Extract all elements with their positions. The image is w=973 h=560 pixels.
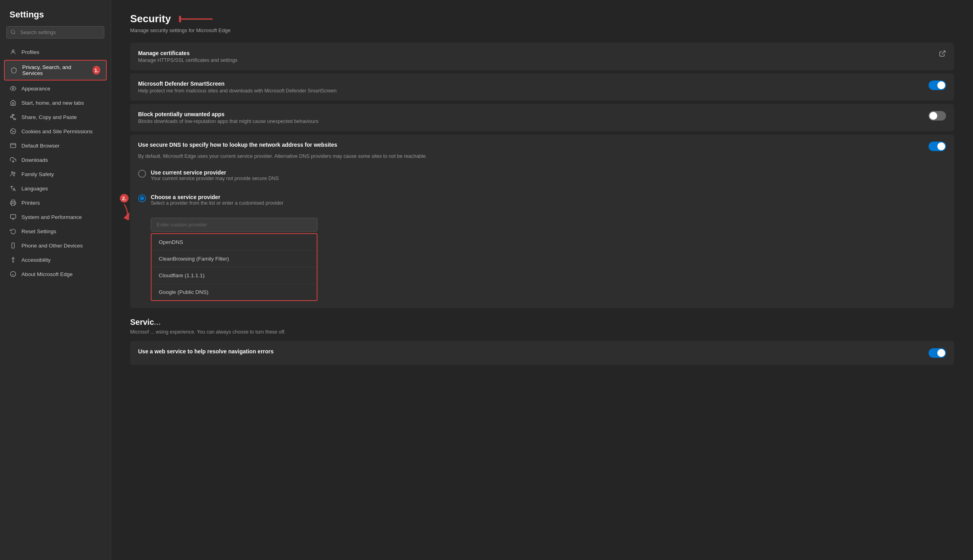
sidebar-item-label: Downloads	[21, 157, 48, 163]
toggle-knob	[937, 142, 945, 150]
sidebar: Settings Profiles Privacy, Search, and S…	[0, 0, 111, 560]
page-title: Security	[130, 13, 171, 25]
radio-label: Use current service provider Your curren…	[151, 169, 279, 181]
main-content: Security Manage security settings for Mi…	[111, 0, 973, 560]
sidebar-item-label: Profiles	[21, 49, 39, 55]
sidebar-item-label: Printers	[21, 200, 40, 206]
download-icon	[10, 156, 17, 163]
sidebar-item-reset[interactable]: Reset Settings	[0, 224, 111, 238]
svg-point-11	[13, 131, 14, 132]
card-right	[929, 111, 946, 121]
smartscreen-toggle[interactable]	[929, 81, 946, 90]
red-arrow-annotation	[179, 13, 215, 25]
services-title: Servic...	[130, 318, 954, 327]
language-icon	[10, 185, 17, 192]
custom-provider-input[interactable]	[151, 218, 317, 232]
svg-point-3	[12, 88, 14, 89]
family-icon	[10, 171, 17, 178]
sidebar-item-family-safety[interactable]: Family Safety	[0, 167, 111, 181]
radio-title: Use current service provider	[151, 169, 279, 176]
sidebar-item-printers[interactable]: Printers	[0, 196, 111, 210]
eye-icon	[10, 85, 17, 92]
sidebar-item-start-home[interactable]: Start, home, and new tabs	[0, 96, 111, 110]
nav-errors-title: Use a web service to help resolve naviga…	[138, 348, 922, 355]
sidebar-item-downloads[interactable]: Downloads	[0, 153, 111, 167]
radio-choose-provider: Choose a service provider Select a provi…	[138, 190, 946, 210]
nav-badge: 1.	[92, 66, 100, 75]
shield-icon	[10, 67, 17, 74]
sidebar-item-label: Share, Copy and Paste	[21, 114, 77, 120]
browser-icon	[10, 142, 17, 149]
radio-label: Choose a service provider Select a provi…	[151, 194, 283, 206]
share-icon	[10, 113, 17, 121]
annotation-2: 2.	[118, 194, 130, 220]
dns-toggle[interactable]	[929, 142, 946, 151]
smartscreen-card: Microsoft Defender SmartScreen Help prot…	[130, 73, 954, 101]
sidebar-item-label: Appearance	[21, 86, 50, 92]
dns-option-cleanbrowsing[interactable]: CleanBrowsing (Family Filter)	[152, 251, 317, 267]
page-subtitle: Manage security settings for Microsoft E…	[130, 27, 954, 33]
sidebar-item-phone[interactable]: Phone and Other Devices	[0, 238, 111, 253]
sidebar-item-label: Default Browser	[21, 143, 60, 149]
dns-title: Use secure DNS to specify how to lookup …	[138, 142, 337, 148]
sidebar-item-share-copy[interactable]: Share, Copy and Paste	[0, 110, 111, 124]
sidebar-item-accessibility[interactable]: Accessibility	[0, 253, 111, 267]
external-link-icon[interactable]	[939, 50, 946, 59]
svg-point-16	[12, 172, 13, 173]
svg-rect-19	[10, 215, 15, 218]
reset-icon	[10, 228, 17, 235]
radio-current-circle[interactable]	[138, 170, 146, 178]
sidebar-item-label: About Microsoft Edge	[21, 271, 73, 277]
choose-provider-section: 2. Choose a service provider Select a pr…	[138, 190, 946, 301]
sidebar-item-privacy[interactable]: Privacy, Search, and Services 1.	[4, 60, 107, 81]
sidebar-item-system[interactable]: System and Performance	[0, 210, 111, 224]
card-content: Block potentially unwanted apps Blocks d…	[138, 111, 922, 124]
sidebar-item-label: Phone and Other Devices	[21, 243, 83, 249]
dns-option-cloudflare[interactable]: Cloudflare (1.1.1.1)	[152, 267, 317, 284]
dns-card: Use secure DNS to specify how to lookup …	[130, 134, 954, 308]
home-icon	[10, 99, 17, 106]
svg-line-1	[14, 33, 15, 34]
printer-icon	[10, 199, 17, 206]
dns-provider-dropdown: OpenDNS CleanBrowsing (Family Filter) Cl…	[151, 233, 317, 301]
sidebar-item-label: Reset Settings	[21, 228, 56, 234]
block-apps-toggle[interactable]	[929, 111, 946, 121]
svg-rect-13	[10, 144, 15, 148]
dns-header: Use secure DNS to specify how to lookup …	[138, 142, 946, 151]
dns-desc: By default, Microsoft Edge uses your cur…	[138, 153, 463, 159]
dns-option-google[interactable]: Google (Public DNS)	[152, 284, 317, 300]
search-icon	[10, 29, 16, 36]
sidebar-item-label: Family Safety	[21, 171, 54, 177]
sidebar-item-default-browser[interactable]: Default Browser	[0, 138, 111, 153]
svg-rect-5	[10, 117, 12, 118]
sidebar-item-label: Start, home, and new tabs	[21, 100, 84, 106]
sidebar-item-languages[interactable]: Languages	[0, 181, 111, 196]
toggle-knob	[937, 349, 945, 357]
cookie-icon	[10, 128, 17, 135]
card-desc: Help protect me from malicious sites and…	[138, 88, 922, 94]
svg-rect-22	[12, 243, 15, 248]
card-content: Manage certificates Manage HTTPS/SSL cer…	[138, 50, 933, 63]
search-box	[6, 26, 104, 38]
sidebar-item-profiles[interactable]: Profiles	[0, 45, 111, 59]
person-icon	[10, 48, 17, 56]
badge-2: 2.	[120, 194, 129, 203]
sidebar-item-label: Cookies and Site Permissions	[21, 128, 92, 134]
toggle-knob	[937, 81, 945, 89]
accessibility-icon	[10, 256, 17, 263]
search-input[interactable]	[6, 26, 104, 38]
sidebar-item-label: System and Performance	[21, 214, 82, 220]
page-header: Security	[130, 13, 954, 25]
sidebar-item-appearance[interactable]: Appearance	[0, 81, 111, 96]
card-right	[939, 50, 946, 59]
sidebar-item-about[interactable]: About Microsoft Edge	[0, 267, 111, 281]
toggle-knob	[929, 112, 937, 120]
svg-line-27	[942, 51, 945, 54]
dns-option-opendns[interactable]: OpenDNS	[152, 234, 317, 251]
svg-point-12	[13, 132, 13, 132]
radio-title: Choose a service provider	[151, 194, 283, 200]
sidebar-item-cookies[interactable]: Cookies and Site Permissions	[0, 124, 111, 138]
card-right	[929, 348, 946, 358]
radio-choose-circle[interactable]	[138, 194, 146, 202]
nav-errors-toggle[interactable]	[929, 348, 946, 358]
